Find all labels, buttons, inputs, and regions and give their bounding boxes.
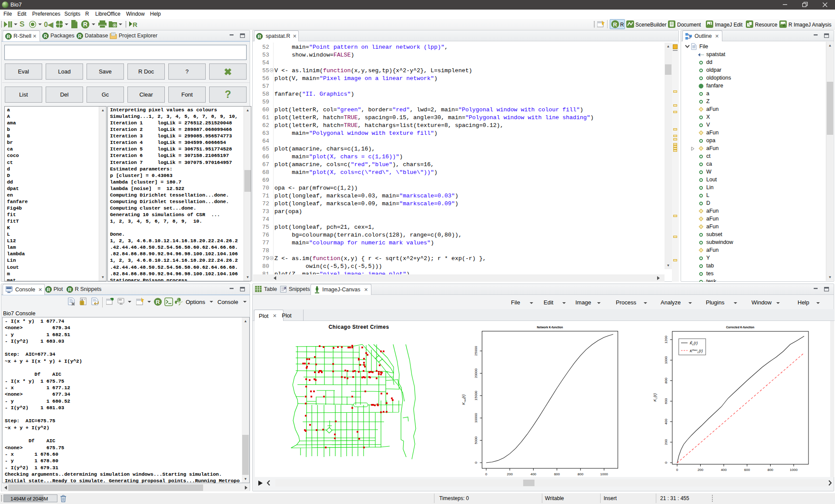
- svg-text:400: 400: [721, 468, 727, 472]
- svg-text:600: 600: [554, 472, 560, 476]
- svg-text:R: R: [83, 21, 87, 28]
- svg-text:K̂L(r): K̂L(r): [690, 341, 698, 346]
- svg-text:400: 400: [531, 472, 537, 476]
- svg-text:400: 400: [664, 418, 668, 424]
- svg-text:Network K-function: Network K-function: [537, 326, 563, 329]
- svg-text:R: R: [133, 21, 137, 28]
- svg-text:0: 0: [664, 461, 668, 464]
- svg-text:1000: 1000: [790, 468, 798, 472]
- svg-text:200: 200: [507, 472, 513, 476]
- svg-text:10000: 10000: [474, 413, 478, 423]
- svg-text:15000: 15000: [474, 391, 478, 401]
- svg-text:0: 0: [676, 468, 678, 472]
- svg-text:0: 0: [485, 472, 488, 476]
- svg-text:1000: 1000: [664, 356, 668, 364]
- svg-text:800: 800: [578, 472, 584, 476]
- svg-text:5000: 5000: [474, 436, 478, 444]
- svg-text:600: 600: [744, 468, 750, 472]
- svg-text:K net(r): K net(r): [461, 394, 466, 405]
- svg-text:200: 200: [698, 468, 704, 472]
- svg-text:200: 200: [664, 439, 668, 445]
- svg-text:1000: 1000: [600, 472, 608, 476]
- svg-text:20000: 20000: [474, 368, 478, 378]
- svg-text:25000: 25000: [474, 346, 478, 356]
- svg-text:600: 600: [664, 398, 668, 404]
- svg-text:Corrected K-function: Corrected K-function: [726, 326, 755, 329]
- svg-text:R: R: [613, 21, 618, 28]
- svg-text:R: R: [783, 24, 785, 27]
- svg-text:1200: 1200: [664, 336, 668, 344]
- svg-text:R: R: [156, 299, 160, 305]
- svg-text:Chicago Street Crimes: Chicago Street Crimes: [328, 324, 389, 330]
- svg-text:0: 0: [474, 461, 478, 464]
- svg-text:800: 800: [664, 377, 668, 384]
- svg-text:K L(r): K L(r): [653, 393, 658, 401]
- svg-text:800: 800: [768, 468, 774, 472]
